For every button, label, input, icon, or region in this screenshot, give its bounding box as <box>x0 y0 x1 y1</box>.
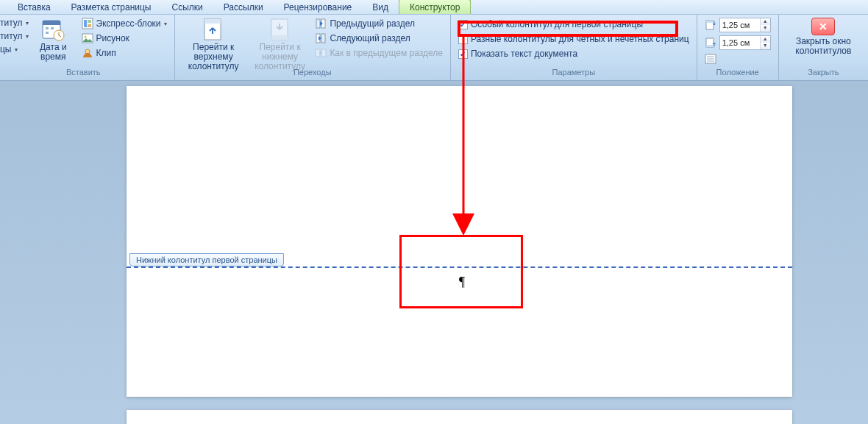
svg-rect-4 <box>46 32 49 34</box>
svg-rect-2 <box>46 27 49 29</box>
group-label-insert: Вставить <box>0 68 167 79</box>
svg-point-11 <box>84 36 86 38</box>
clip-icon <box>82 47 93 59</box>
page-1[interactable]: Нижний колонтитул первой страницы ¶ <box>127 86 792 397</box>
document-workspace: Нижний колонтитул первой страницы ¶ ¶ ¶ … <box>0 81 868 424</box>
link-icon <box>315 47 327 59</box>
group-label-position: Положение <box>705 68 771 79</box>
checkbox-icon: ✔ <box>458 20 468 29</box>
checkbox-odd-even[interactable]: Разные колонтитулы для четных и нечетных… <box>458 34 689 44</box>
picture-button[interactable]: Рисунок <box>82 32 167 44</box>
prev-section-button[interactable]: Предыдущий раздел <box>315 18 443 29</box>
goto-footer-button: Перейти к нижнему колонтитулу <box>249 16 311 65</box>
page-number-button[interactable]: цы▾ <box>0 44 25 54</box>
calendar-icon <box>41 18 65 41</box>
goto-footer-icon <box>268 18 292 41</box>
goto-header-button[interactable]: Перейти к верхнему колонтитулу <box>182 16 245 65</box>
next-section-button[interactable]: Следующий раздел <box>315 32 443 44</box>
svg-rect-24 <box>706 21 714 23</box>
prev-section-icon <box>315 18 327 29</box>
ribbon: титул▾ титул▾ цы▾ Дата и время Экспресс-… <box>0 15 868 81</box>
group-close: ✕ Закрыть окно колонтитулов Закрыть <box>779 15 868 80</box>
same-as-prev-button: Как в предыдущем разделе <box>315 47 443 59</box>
group-position: 1,25 см▲▼ 1,25 см▲▼ Положение <box>697 15 779 80</box>
align-tab-icon <box>705 53 716 65</box>
tab-references[interactable]: Ссылки <box>161 0 213 14</box>
tab-review[interactable]: Рецензирование <box>274 0 363 14</box>
tab-insert[interactable]: Вставка <box>7 0 61 14</box>
ruler-bottom-icon <box>705 37 716 49</box>
ribbon-tabstrip: Вставка Разметка страницы Ссылки Рассылк… <box>0 0 868 15</box>
tab-view[interactable]: Вид <box>362 0 399 14</box>
spin-up[interactable]: ▲ <box>760 18 770 25</box>
group-label-options: Параметры <box>458 68 689 79</box>
svg-rect-3 <box>51 27 54 29</box>
datetime-button[interactable]: Дата и время <box>29 16 77 65</box>
svg-rect-26 <box>706 45 714 47</box>
tab-page-layout[interactable]: Разметка страницы <box>61 0 162 14</box>
svg-rect-8 <box>88 20 91 23</box>
pilcrow-mark: ¶ <box>459 275 465 290</box>
close-hf-button[interactable]: ✕ Закрыть окно колонтитулов <box>786 16 861 65</box>
page-2[interactable]: ¶ ¶ Верхний колонтитул <box>127 410 792 424</box>
quickparts-icon <box>82 18 93 29</box>
svg-rect-17 <box>316 19 320 28</box>
footer-button[interactable]: титул▾ <box>0 31 25 41</box>
footer-tab-page1[interactable]: Нижний колонтитул первой страницы <box>129 253 284 266</box>
quickparts-button[interactable]: Экспресс-блоки▾ <box>82 18 167 29</box>
group-navigation: Перейти к верхнему колонтитулу Перейти к… <box>175 15 451 80</box>
next-section-icon <box>315 32 327 44</box>
ruler-top-icon <box>705 19 716 31</box>
checkbox-icon: ✔ <box>458 49 468 59</box>
svg-rect-7 <box>84 20 87 27</box>
svg-rect-20 <box>321 34 325 43</box>
spin-up[interactable]: ▲ <box>760 36 770 43</box>
checkbox-show-doc[interactable]: ✔ Показать текст документа <box>458 49 689 59</box>
tab-mailings[interactable]: Рассылки <box>213 0 274 14</box>
svg-rect-14 <box>204 19 221 24</box>
clip-button[interactable]: Клип <box>82 47 167 59</box>
svg-rect-16 <box>271 35 288 40</box>
header-top-spin[interactable]: 1,25 см▲▼ <box>705 18 771 32</box>
svg-rect-1 <box>43 21 60 25</box>
header-button[interactable]: титул▾ <box>0 18 25 28</box>
group-options: ✔ Особый колонтитул для первой страницы … <box>451 15 697 80</box>
footer-bottom-spin[interactable]: 1,25 см▲▼ <box>705 35 771 50</box>
tab-design[interactable]: Конструктор <box>399 0 471 14</box>
group-label-close: Закрыть <box>786 68 861 79</box>
spin-down[interactable]: ▼ <box>760 43 770 49</box>
svg-rect-9 <box>88 24 91 27</box>
group-label-nav: Переходы <box>182 68 443 79</box>
spin-down[interactable]: ▼ <box>760 25 770 32</box>
checkbox-first-page[interactable]: ✔ Особый колонтитул для первой страницы <box>458 19 689 29</box>
picture-icon <box>82 32 93 44</box>
goto-header-icon <box>202 18 225 41</box>
footer-boundary-line <box>127 266 792 268</box>
close-icon: ✕ <box>811 18 835 35</box>
group-insert: титул▾ титул▾ цы▾ Дата и время Экспресс-… <box>0 15 175 80</box>
align-tab-button[interactable] <box>705 53 771 65</box>
checkbox-icon <box>458 35 468 44</box>
